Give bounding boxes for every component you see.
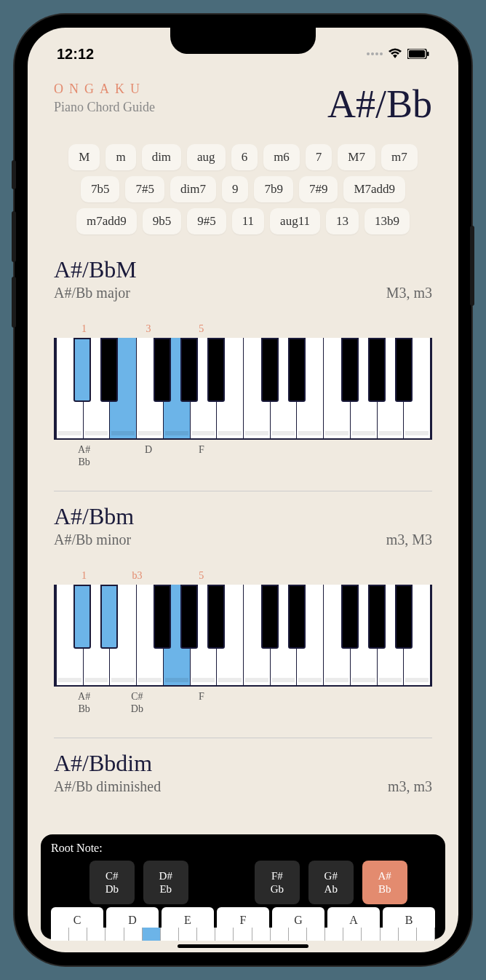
degree-label: 1 — [81, 323, 87, 335]
svg-rect-1 — [409, 50, 425, 58]
black-key — [341, 338, 359, 402]
chord-type-chip[interactable]: 7b5 — [81, 176, 120, 202]
chord-type-chip[interactable]: M7add9 — [343, 176, 405, 202]
status-icons — [367, 48, 429, 60]
black-key — [288, 338, 306, 402]
chord-type-chip[interactable]: 7b9 — [254, 176, 293, 202]
root-black-key[interactable]: F#Gb — [255, 861, 300, 904]
black-key — [100, 585, 118, 649]
status-time: 12:12 — [57, 46, 94, 63]
chord-type-chip[interactable]: M — [68, 144, 100, 170]
chord-section: A#/BbmA#/Bb minorm3, M31b35A#BbC#DbF — [28, 491, 458, 727]
root-black-key[interactable]: G#Ab — [308, 861, 354, 904]
black-key — [73, 338, 91, 402]
black-key — [395, 585, 413, 649]
black-key — [261, 338, 279, 402]
chord-type-chip[interactable]: 7#5 — [125, 176, 164, 202]
black-key — [100, 338, 118, 402]
root-black-key[interactable]: D#Eb — [143, 861, 188, 904]
black-key — [261, 585, 279, 649]
chord-subtitle: A#/Bb major — [54, 285, 130, 301]
home-indicator[interactable] — [178, 944, 308, 948]
black-key — [73, 585, 91, 649]
brand-title: ONGAKU — [54, 82, 155, 97]
chord-section: A#/BbdimA#/Bb diminishedm3, m3 — [28, 738, 458, 802]
keyboard — [54, 585, 432, 687]
chord-type-chip[interactable]: 7 — [306, 144, 332, 170]
degree-label: 3 — [146, 323, 151, 335]
chord-subtitle: A#/Bb diminished — [54, 778, 161, 795]
chord-title: A#/Bbm — [54, 503, 432, 530]
chord-type-chip[interactable]: M7 — [338, 144, 375, 170]
note-label: C#Db — [131, 691, 143, 716]
black-key — [395, 338, 413, 402]
mini-keyboard-preview — [51, 928, 435, 941]
black-key — [368, 585, 386, 649]
root-keys: C#DbD#EbF#GbG#AbA#Bb CDEFGAB — [51, 861, 435, 933]
black-key — [154, 338, 171, 402]
chord-intervals: M3, m3 — [386, 285, 432, 301]
chord-type-chip[interactable]: dim7 — [170, 176, 216, 202]
black-key — [288, 585, 306, 649]
screen: 12:12 ONGAKU Piano Chord Guide A#/Bb Mmd… — [28, 28, 458, 952]
chord-type-chip[interactable]: 6 — [231, 144, 258, 170]
chord-intervals: m3, m3 — [388, 778, 432, 795]
chord-list[interactable]: A#/BbMA#/Bb majorM3, m3135A#BbDFA#/BbmA#… — [28, 245, 458, 802]
degree-label: 5 — [199, 323, 204, 335]
root-note-title: A#/Bb — [327, 82, 432, 127]
volume-down-button — [12, 277, 16, 328]
black-key — [207, 585, 225, 649]
chord-type-chip[interactable]: m7 — [381, 144, 418, 170]
chord-type-chip[interactable]: 9b5 — [143, 208, 182, 234]
note-label: D — [145, 444, 152, 457]
chord-type-chip[interactable]: m6 — [263, 144, 300, 170]
header-left: ONGAKU Piano Chord Guide — [54, 82, 155, 115]
chord-type-chip[interactable]: dim — [142, 144, 181, 170]
black-key — [341, 585, 359, 649]
keyboard — [54, 338, 432, 440]
note-label: A#Bb — [78, 691, 90, 716]
power-button — [470, 226, 474, 306]
degree-label: b3 — [132, 570, 142, 582]
chord-type-list: Mmdimaug6m67M7m77b57#5dim797b97#9M7add9m… — [28, 134, 458, 245]
chord-type-chip[interactable]: m — [105, 144, 135, 170]
wifi-icon — [387, 48, 403, 60]
side-button — [12, 160, 16, 189]
root-note-picker: Root Note: C#DbD#EbF#GbG#AbA#Bb CDEFGAB — [41, 834, 445, 939]
degree-label: 5 — [199, 570, 204, 582]
chord-title: A#/Bbdim — [54, 750, 432, 777]
black-key — [180, 585, 198, 649]
subtitle: Piano Chord Guide — [54, 100, 155, 115]
root-black-key[interactable]: A#Bb — [362, 861, 407, 904]
chord-intervals: m3, M3 — [386, 532, 432, 548]
black-key — [180, 338, 198, 402]
root-picker-label: Root Note: — [51, 842, 435, 855]
svg-rect-2 — [427, 52, 429, 56]
black-key — [154, 585, 171, 649]
black-key — [368, 338, 386, 402]
chord-type-chip[interactable]: 7#9 — [299, 176, 338, 202]
degree-label: 1 — [81, 570, 87, 582]
chord-type-chip[interactable]: 13 — [326, 208, 359, 234]
root-black-key[interactable]: C#Db — [89, 861, 135, 904]
chord-type-chip[interactable]: m7add9 — [76, 208, 137, 234]
volume-up-button — [12, 211, 16, 262]
chord-type-chip[interactable]: 9 — [222, 176, 249, 202]
cellular-icon — [367, 52, 383, 55]
battery-icon — [407, 49, 429, 59]
chord-title: A#/BbM — [54, 256, 432, 283]
chord-section: A#/BbMA#/Bb majorM3, m3135A#BbDF — [28, 245, 458, 481]
phone-frame: 12:12 ONGAKU Piano Chord Guide A#/Bb Mmd… — [15, 15, 471, 965]
chord-type-chip[interactable]: aug — [187, 144, 226, 170]
chord-type-chip[interactable]: 9#5 — [187, 208, 226, 234]
note-label: A#Bb — [78, 444, 90, 469]
note-label: F — [199, 691, 204, 703]
chord-type-chip[interactable]: aug11 — [270, 208, 320, 234]
notch — [170, 28, 316, 54]
note-label: F — [199, 444, 204, 457]
black-key — [207, 338, 225, 402]
chord-type-chip[interactable]: 13b9 — [364, 208, 410, 234]
chord-type-chip[interactable]: 11 — [232, 208, 264, 234]
chord-subtitle: A#/Bb minor — [54, 532, 131, 548]
header: ONGAKU Piano Chord Guide A#/Bb — [28, 67, 458, 134]
